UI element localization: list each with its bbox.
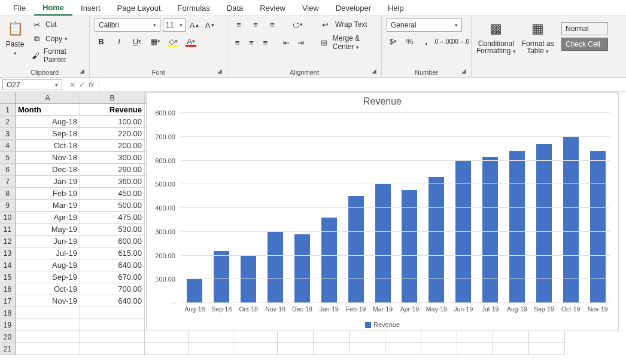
cell[interactable]: 100.00	[80, 116, 145, 128]
align-right-icon[interactable]: ≡	[260, 36, 271, 48]
increase-font-icon[interactable]: A▲	[188, 19, 201, 31]
enter-icon[interactable]: ✓	[79, 81, 85, 89]
format-painter-button[interactable]: 🖌 Format Painter	[30, 47, 84, 64]
cut-button[interactable]: ✂ Cut	[30, 19, 84, 30]
row-header[interactable]: 8	[0, 188, 16, 200]
cell[interactable]: 200.00	[80, 140, 145, 152]
dialog-launcher-icon[interactable]: ◢	[461, 68, 469, 75]
cell[interactable]: Aug-18	[16, 116, 80, 128]
chart-bar[interactable]	[375, 184, 391, 303]
row-header[interactable]: 9	[0, 200, 16, 212]
cell[interactable]: Aug-19	[16, 259, 80, 271]
row-header[interactable]: 6	[0, 164, 16, 176]
worksheet-grid[interactable]: 123456789101112131415161718192021 ABCDEF…	[0, 92, 626, 364]
cell[interactable]	[278, 343, 314, 355]
align-left-icon[interactable]: ≡	[232, 36, 242, 48]
chart-bar[interactable]	[590, 151, 606, 303]
cancel-icon[interactable]: ✕	[69, 81, 75, 89]
row-header[interactable]: 5	[0, 152, 16, 164]
font-color-button[interactable]: A▾	[184, 35, 197, 47]
chevron-down-icon[interactable]: ▾	[6, 48, 25, 57]
cell[interactable]: 450.00	[80, 188, 145, 200]
cell[interactable]	[457, 331, 493, 343]
chart-bar[interactable]	[321, 218, 337, 303]
column-header[interactable]: B	[80, 92, 145, 104]
decrease-font-icon[interactable]: A▼	[203, 19, 217, 31]
tab-developer[interactable]: Developer	[327, 1, 379, 15]
cell-style-normal[interactable]: Normal	[561, 22, 608, 35]
align-top-icon[interactable]: ≡	[232, 19, 245, 30]
italic-button[interactable]: I	[113, 35, 126, 47]
align-middle-icon[interactable]: ≡	[249, 19, 262, 30]
cell[interactable]: 300.00	[80, 152, 145, 164]
cell[interactable]	[314, 331, 350, 343]
increase-decimal-button[interactable]: .0→.00	[436, 35, 449, 47]
row-header[interactable]: 2	[0, 116, 16, 128]
cell[interactable]: 600.00	[80, 235, 145, 247]
row-header[interactable]: 14	[0, 259, 16, 271]
dialog-launcher-icon[interactable]: ◢	[372, 68, 379, 75]
cell[interactable]	[16, 331, 80, 343]
cell[interactable]	[529, 343, 565, 355]
cell[interactable]	[233, 343, 278, 355]
chart-bar[interactable]	[294, 234, 310, 303]
chevron-down-icon[interactable]: ▾	[65, 36, 68, 42]
row-header[interactable]: 19	[0, 319, 16, 331]
paste-icon[interactable]: 📋	[5, 19, 25, 39]
fill-color-button[interactable]: ◇▾	[166, 35, 180, 47]
cell[interactable]: Dec-18	[16, 164, 80, 176]
bold-button[interactable]: B	[95, 35, 108, 47]
cell[interactable]	[421, 331, 457, 343]
cell[interactable]	[145, 331, 189, 343]
cell[interactable]: 640.00	[80, 295, 145, 307]
tab-data[interactable]: Data	[218, 1, 251, 15]
cell[interactable]	[314, 343, 350, 355]
cell[interactable]: 360.00	[80, 176, 145, 188]
chart-bar[interactable]	[509, 151, 525, 303]
cell[interactable]: May-19	[16, 224, 80, 235]
cell[interactable]: Mar-19	[16, 200, 80, 212]
cell[interactable]: Jul-19	[16, 247, 80, 259]
cell[interactable]	[16, 307, 80, 319]
tab-insert[interactable]: Insert	[72, 1, 109, 15]
embedded-chart[interactable]: Revenue -100.00200.00300.00400.00500.006…	[146, 92, 619, 331]
chart-bar[interactable]	[455, 161, 471, 304]
chart-bar[interactable]	[429, 177, 444, 303]
select-all-corner[interactable]	[0, 92, 16, 104]
tab-file[interactable]: File	[5, 1, 34, 15]
row-header[interactable]: 18	[0, 307, 16, 319]
chart-bar[interactable]	[241, 256, 256, 304]
conditional-formatting-button[interactable]: ▩ ConditionalFormatting ▾	[476, 19, 516, 55]
cell[interactable]	[278, 331, 314, 343]
cell[interactable]	[189, 331, 233, 343]
format-as-table-button[interactable]: ▦ Format asTable ▾	[522, 19, 554, 55]
cell[interactable]: Jan-19	[16, 176, 80, 188]
cell[interactable]	[529, 331, 565, 343]
row-header[interactable]: 13	[0, 247, 16, 259]
copy-button[interactable]: ⧉ Copy ▾	[30, 33, 84, 45]
cell[interactable]: Nov-18	[16, 152, 80, 164]
percent-format-button[interactable]: %	[403, 35, 417, 47]
cell[interactable]: 615.00	[80, 247, 145, 259]
row-header[interactable]: 15	[0, 271, 16, 283]
chart-bar[interactable]	[563, 137, 579, 303]
cell[interactable]: Oct-18	[16, 140, 80, 152]
formula-input[interactable]	[99, 78, 626, 91]
cell[interactable]: Sep-18	[16, 128, 80, 140]
cell[interactable]	[350, 343, 385, 355]
row-header[interactable]: 7	[0, 176, 16, 188]
tab-formulas[interactable]: Formulas	[169, 1, 218, 15]
decrease-indent-icon[interactable]: ⇤	[281, 36, 291, 48]
cell[interactable]	[385, 343, 421, 355]
cell-style-check-cell[interactable]: Check Cell	[561, 38, 608, 51]
number-format-combo[interactable]: General▾	[387, 19, 462, 32]
underline-button[interactable]: U▾	[130, 35, 144, 47]
row-header[interactable]: 10	[0, 212, 16, 224]
cell[interactable]: Sep-19	[16, 271, 80, 283]
name-box[interactable]: O27▾	[2, 79, 62, 90]
comma-format-button[interactable]: ,	[420, 35, 433, 47]
cell[interactable]	[80, 307, 145, 319]
cell[interactable]	[16, 319, 80, 331]
tab-review[interactable]: Review	[251, 1, 294, 15]
cell[interactable]	[385, 331, 421, 343]
